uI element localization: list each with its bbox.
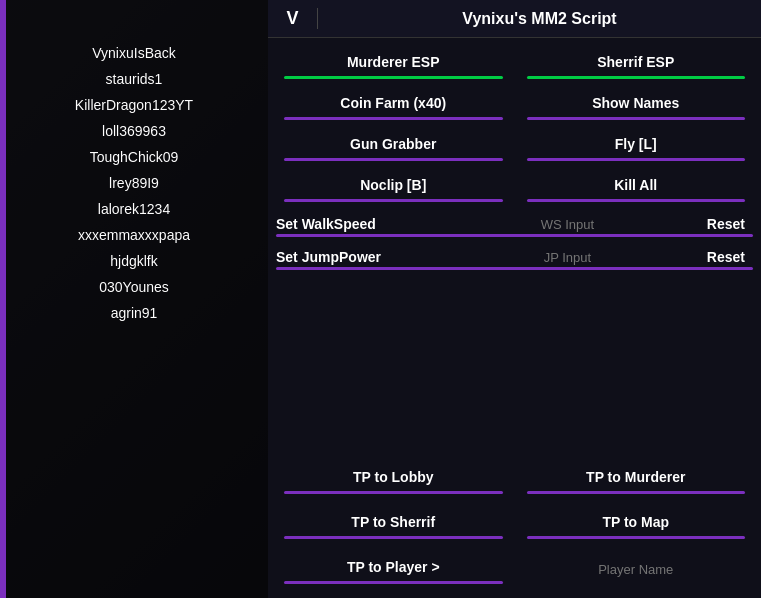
walkspeed-input[interactable] [436, 217, 699, 232]
jumppower-underline [276, 267, 753, 270]
tp-map-button[interactable]: TP to Map [519, 504, 754, 545]
player-name-item: 030Younes [0, 274, 268, 300]
walkspeed-underline [276, 234, 753, 237]
show-names-button[interactable]: Show Names [519, 85, 754, 126]
fly-button[interactable]: Fly [L] [519, 126, 754, 167]
coin-shownames-row: Coin Farm (x40) Show Names [268, 85, 761, 126]
player-name-item: hjdgklfk [0, 248, 268, 274]
header: V Vynixu's MM2 Script [268, 0, 761, 38]
kill-all-button[interactable]: Kill All [519, 167, 754, 208]
tp-lobby-button[interactable]: TP to Lobby [276, 459, 511, 500]
walkspeed-reset-button[interactable]: Reset [699, 216, 753, 232]
murderer-esp-button[interactable]: Murderer ESP [276, 44, 511, 85]
player-name-item: lrey89I9 [0, 170, 268, 196]
purple-accent-bar [0, 0, 6, 598]
gun-fly-row: Gun Grabber Fly [L] [268, 126, 761, 167]
main-panel: V Vynixu's MM2 Script Murderer ESP Sherr… [268, 0, 761, 598]
walkspeed-label: Set WalkSpeed [276, 216, 436, 232]
player-name-item: xxxemmaxxxpapa [0, 222, 268, 248]
jumppower-reset-button[interactable]: Reset [699, 249, 753, 265]
gun-grabber-button[interactable]: Gun Grabber [276, 126, 511, 167]
walkspeed-row: Set WalkSpeed Reset [268, 208, 761, 234]
noclip-killall-row: Noclip [B] Kill All [268, 167, 761, 208]
tp-murderer-button[interactable]: TP to Murderer [519, 459, 754, 500]
version-label: V [268, 8, 318, 29]
sidebar: VynixuIsBackstaurids1KillerDragon123YTlo… [0, 0, 268, 598]
tp-sherrif-button[interactable]: TP to Sherrif [276, 504, 511, 545]
player-name-item: ToughChick09 [0, 144, 268, 170]
player-name-item: loll369963 [0, 118, 268, 144]
coin-farm-button[interactable]: Coin Farm (x40) [276, 85, 511, 126]
tp-player-button[interactable]: TP to Player > [276, 549, 511, 590]
player-name-item: KillerDragon123YT [0, 92, 268, 118]
sherrif-esp-button[interactable]: Sherrif ESP [519, 44, 754, 85]
player-name-item: agrin91 [0, 300, 268, 326]
tp-section: TP to Lobby TP to Murderer TP to Sherrif… [268, 451, 761, 545]
player-name-item: staurids1 [0, 66, 268, 92]
jumppower-label: Set JumpPower [276, 249, 436, 265]
app-title: Vynixu's MM2 Script [318, 10, 761, 28]
jumppower-input[interactable] [436, 250, 699, 265]
player-name-input[interactable] [519, 552, 754, 587]
jumppower-row: Set JumpPower Reset [268, 241, 761, 267]
player-name-item: lalorek1234 [0, 196, 268, 222]
esp-row: Murderer ESP Sherrif ESP [268, 44, 761, 85]
player-name-item: VynixuIsBack [0, 40, 268, 66]
bottom-row: TP to Player > [268, 545, 761, 598]
noclip-button[interactable]: Noclip [B] [276, 167, 511, 208]
